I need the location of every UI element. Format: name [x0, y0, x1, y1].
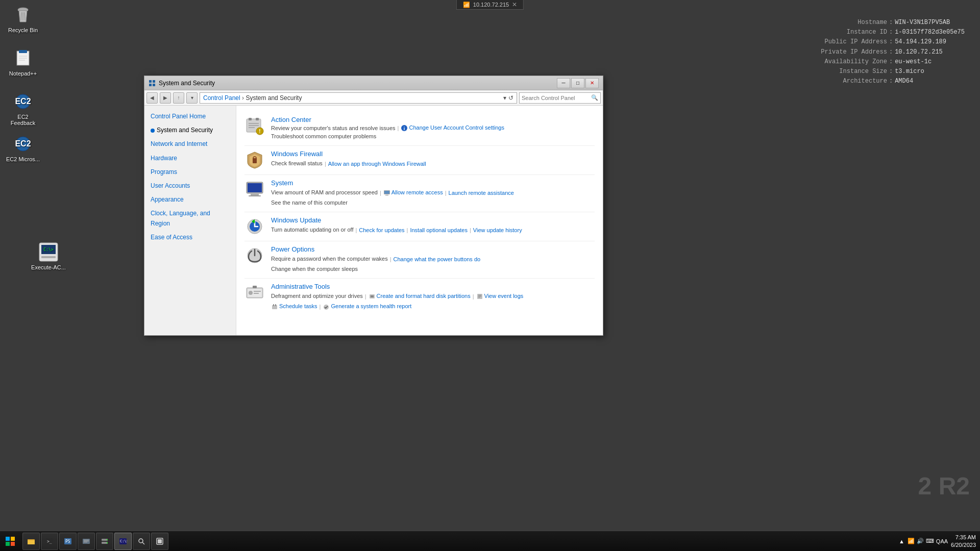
tray-label: QAA: [936, 538, 948, 544]
active-indicator: [151, 129, 155, 133]
maximize-button[interactable]: □: [571, 78, 584, 88]
power-options-title[interactable]: Power Options: [271, 245, 595, 253]
network-icon: 📶: [908, 538, 915, 544]
generate-health-report-link[interactable]: Generate a system health report: [323, 303, 411, 310]
sidebar-item-system-security[interactable]: System and Security: [144, 123, 236, 137]
taskbar-search[interactable]: [133, 533, 150, 550]
net-bar-close[interactable]: ✕: [512, 1, 517, 8]
az-val: eu-west-1c: [895, 57, 932, 67]
category-action-center: ! Action Center Review your computer's s…: [244, 112, 595, 146]
taskbar-terminal-2[interactable]: PS: [59, 533, 77, 550]
system-title[interactable]: System: [271, 179, 595, 187]
taskbar-terminal-1[interactable]: >_: [41, 533, 58, 550]
ec2-micros-icon-img: EC2: [13, 134, 33, 154]
taskbar-search-icon: [137, 537, 145, 545]
sidebar-item-hardware[interactable]: Hardware: [144, 152, 236, 165]
remote-access-icon: [383, 189, 390, 196]
svg-text:EC2: EC2: [15, 139, 31, 148]
check-for-updates-link[interactable]: Check for updates: [359, 227, 404, 233]
search-icon[interactable]: 🔍: [591, 94, 598, 101]
desktop-icon-execute[interactable]: C:\> Execute-AC...: [28, 240, 69, 272]
taskbar-clock[interactable]: 7:35 AM 6/20/2023: [951, 534, 976, 548]
action-center-desc2: Troubleshoot common computer problems: [271, 133, 595, 140]
svg-rect-27: [249, 127, 255, 128]
svg-rect-24: [256, 118, 259, 120]
taskbar-server-manager[interactable]: [96, 533, 113, 550]
windows-update-title[interactable]: Windows Update: [271, 216, 595, 224]
recent-locations-button[interactable]: ▾: [186, 92, 198, 104]
svg-rect-47: [254, 291, 261, 292]
action-center-title[interactable]: Action Center: [271, 116, 595, 123]
svg-rect-56: [272, 305, 277, 309]
address-refresh-icon[interactable]: ↺: [508, 94, 513, 102]
svg-rect-17: [41, 256, 56, 258]
create-format-disk-link[interactable]: Create and format hard disk partitions: [369, 293, 471, 300]
taskbar-file-explorer[interactable]: [22, 533, 40, 550]
address-breadcrumb[interactable]: Control Panel › System and Security ▾ ↺: [200, 92, 517, 104]
desktop-icon-ec2-micros[interactable]: EC2 EC2 Micros...: [3, 132, 43, 164]
keyboard-icon: ⌨: [926, 538, 934, 544]
net-signal-icon: 📶: [463, 2, 470, 8]
allow-remote-access-link[interactable]: Allow remote access: [383, 189, 443, 196]
sidebar-item-user-accounts[interactable]: User Accounts: [144, 179, 236, 193]
view-event-logs-link[interactable]: View event logs: [476, 293, 524, 300]
admin-tools-desc: Defragment and optimize your drives: [271, 292, 363, 300]
taskbar-right: ▲ 📶 🔊 ⌨ QAA 7:35 AM 6/20/2023: [895, 534, 980, 548]
volume-icon[interactable]: 🔊: [917, 538, 924, 544]
address-dropdown-icon[interactable]: ▾: [503, 94, 506, 102]
taskbar-tasks[interactable]: [151, 533, 168, 550]
taskbar-chevron[interactable]: ▲: [899, 538, 904, 544]
minimize-button[interactable]: ─: [557, 78, 570, 88]
svg-rect-60: [6, 537, 10, 541]
power-options-desc2: Change when the computer sleeps: [271, 265, 595, 273]
execute-icon-img: C:\>: [38, 242, 59, 262]
taskbar-cmd[interactable]: C:\>: [114, 533, 132, 550]
firewall-icon: [244, 150, 265, 170]
instance-size-val: t3.micro: [895, 67, 924, 77]
window-controls: ─ □ ✕: [557, 78, 599, 88]
desktop-icon-recycle-bin[interactable]: Recycle Bin: [3, 3, 43, 35]
start-button[interactable]: [0, 531, 20, 552]
taskbar-tray: 📶 🔊 ⌨ QAA: [908, 538, 948, 544]
up-button[interactable]: ↑: [173, 92, 184, 104]
taskbar-files[interactable]: [78, 533, 95, 550]
forward-button[interactable]: ▶: [160, 92, 171, 104]
close-button[interactable]: ✕: [585, 78, 599, 88]
svg-rect-63: [11, 542, 15, 546]
svg-rect-53: [478, 295, 481, 295]
launch-remote-assistance-link[interactable]: Launch remote assistance: [449, 190, 514, 196]
desktop-icon-ec2-feedback[interactable]: EC2 EC2 Feedback: [3, 89, 43, 128]
sidebar-item-clock-language[interactable]: Clock, Language, and Region: [144, 207, 236, 230]
taskbar: >_ PS: [0, 531, 980, 551]
svg-text:!: !: [259, 129, 260, 134]
taskbar-tasks-icon: [156, 537, 164, 545]
svg-text:C:\>: C:\>: [120, 539, 127, 543]
change-uac-link[interactable]: i Change User Account Control settings: [401, 124, 504, 132]
window-title: System and Security: [159, 80, 215, 87]
search-box: 🔍: [519, 92, 601, 104]
breadcrumb-text: Control Panel › System and Security: [203, 94, 302, 102]
svg-rect-25: [249, 123, 259, 124]
allow-app-firewall-link[interactable]: Allow an app through Windows Firewall: [328, 161, 426, 167]
sidebar-item-control-panel-home[interactable]: Control Panel Home: [144, 110, 236, 123]
desktop-icon-notepad[interactable]: Notepad++: [3, 46, 43, 79]
view-update-history-link[interactable]: View update history: [473, 227, 522, 233]
category-administrative-tools: Administrative Tools Defragment and opti…: [244, 279, 595, 314]
sidebar-item-appearance[interactable]: Appearance: [144, 193, 236, 207]
terminal-1-icon: >_: [45, 537, 54, 545]
sidebar-item-programs[interactable]: Programs: [144, 165, 236, 179]
schedule-tasks-link[interactable]: Schedule tasks: [271, 303, 317, 310]
svg-rect-54: [478, 296, 481, 296]
svg-text:C:\>: C:\>: [43, 247, 53, 252]
health-report-icon: [323, 304, 330, 311]
firewall-title[interactable]: Windows Firewall: [271, 150, 595, 158]
search-input[interactable]: [522, 95, 589, 101]
svg-line-2: [21, 12, 21, 20]
svg-rect-55: [478, 297, 480, 297]
back-button[interactable]: ◀: [146, 92, 158, 104]
admin-tools-title[interactable]: Administrative Tools: [271, 283, 595, 290]
sidebar-item-ease-of-access[interactable]: Ease of Access: [144, 231, 236, 244]
sidebar-item-network-internet[interactable]: Network and Internet: [144, 137, 236, 151]
change-power-buttons-link[interactable]: Change what the power buttons do: [394, 256, 481, 262]
install-optional-updates-link[interactable]: Install optional updates: [410, 227, 468, 233]
